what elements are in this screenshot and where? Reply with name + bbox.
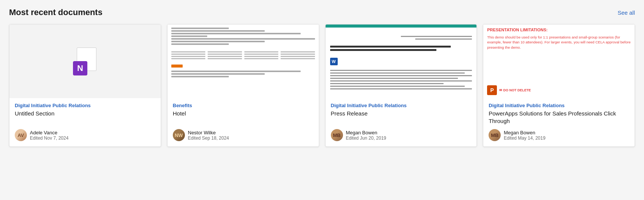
onenote-letter: N [77,63,83,73]
powerpoint-badge: P [487,85,497,95]
author-date-4: Edited May 14, 2019 [504,135,545,141]
author-info-1: Adele Vance Edited Nov 7, 2024 [30,130,68,141]
onenote-icon: N [73,48,97,75]
card-author-1: AV Adele Vance Edited Nov 7, 2024 [15,129,155,141]
author-info-4: Megan Bowen Edited May 14, 2019 [504,130,545,141]
card-preview-2 [168,25,319,98]
card-author-3: MB Megan Bowen Edited Jun 20, 2019 [331,129,472,141]
card-title-3: Press Release [331,110,472,117]
card-group-1[interactable]: Digital Initiative Public Relations [15,103,155,108]
avatar-adele-vance: AV [15,129,27,141]
card-body-3: Digital Initiative Public Relations Pres… [326,98,477,146]
author-info-3: Megan Bowen Edited Jun 20, 2019 [346,130,386,141]
document-card-4[interactable]: PRESENTATION LIMITATIONS: This demo shou… [483,24,635,147]
presentation-preview: PRESENTATION LIMITATIONS: This demo shou… [483,25,635,98]
author-date-2: Edited Sep 18, 2024 [188,135,229,141]
avatar-megan-bowen-3: MB [331,129,343,141]
onenote-badge: N [73,61,87,75]
author-name-3: Megan Bowen [346,130,386,135]
card-preview-3: W [326,25,477,98]
author-name-4: Megan Bowen [504,130,545,135]
author-date-3: Edited Jun 20, 2019 [346,135,386,141]
author-name-2: Nestor Wilke [188,130,229,135]
document-card-1[interactable]: N Digital Initiative Public Relations Un… [9,24,161,147]
word-badge: W [330,58,338,65]
card-body-4: Digital Initiative Public Relations Powe… [483,98,635,146]
press-top-bar [326,25,477,28]
receipt-preview [168,25,319,98]
card-author-2: NW Nestor Wilke Edited Sep 18, 2024 [173,129,313,141]
document-card-3[interactable]: W Digital Initiative Public Relations Pr… [325,24,477,147]
card-preview-1: N [9,25,161,98]
warning-text: This demo should be used only for 1:1 pr… [487,35,631,50]
avatar-megan-bowen-4: MB [489,129,501,141]
card-body-1: Digital Initiative Public Relations Unti… [9,98,161,146]
card-group-4[interactable]: Digital Initiative Public Relations [489,103,629,108]
page-container: Most recent documents See all N Digital … [9,8,635,147]
card-group-2[interactable]: Benefits [173,103,313,108]
card-preview-4: PRESENTATION LIMITATIONS: This demo shou… [483,25,635,98]
card-title-4: PowerApps Solutions for Sales Profession… [489,110,629,125]
card-title-1: Untitled Section [15,110,155,117]
author-info-2: Nestor Wilke Edited Sep 18, 2024 [188,130,229,141]
word-icon-row: W [330,58,472,65]
section-header: Most recent documents See all [9,8,635,17]
card-title-2: Hotel [173,110,313,117]
author-date-1: Edited Nov 7, 2024 [30,135,68,141]
card-author-4: MB Megan Bowen Edited May 14, 2019 [489,129,629,141]
press-preview: W [326,25,477,98]
do-not-delete-label: ✉ DO NOT DELETE [499,88,531,92]
cards-grid: N Digital Initiative Public Relations Un… [9,24,635,147]
section-title: Most recent documents [9,8,102,17]
avatar-nestor-wilke: NW [173,129,185,141]
card-group-3[interactable]: Digital Initiative Public Relations [331,103,472,108]
see-all-link[interactable]: See all [618,9,635,16]
pres-icon-row: P ✉ DO NOT DELETE [487,85,631,95]
card-body-2: Benefits Hotel NW Nestor Wilke Edited Se… [168,98,319,146]
receipt-orange-bar [171,65,183,68]
document-card-2[interactable]: Benefits Hotel NW Nestor Wilke Edited Se… [167,24,319,147]
warning-title: PRESENTATION LIMITATIONS: [487,28,631,32]
author-name-1: Adele Vance [30,130,68,135]
